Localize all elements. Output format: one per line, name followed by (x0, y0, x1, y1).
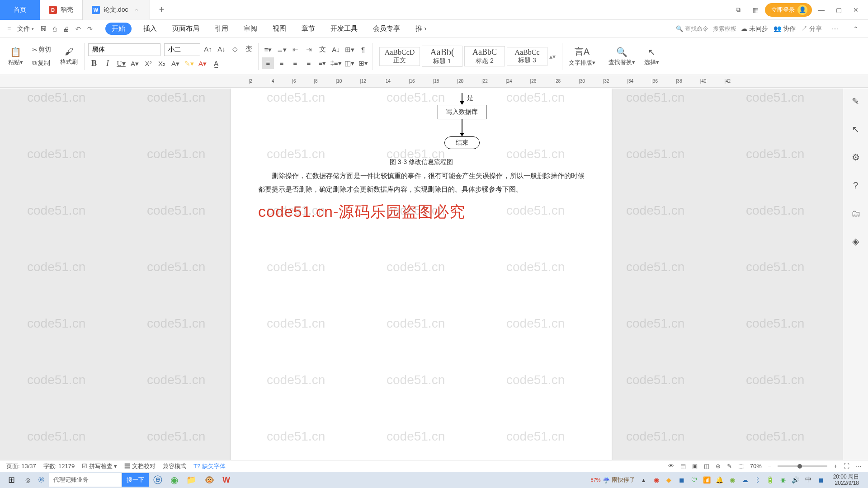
numbering-button[interactable]: ≣▾ (276, 44, 288, 56)
ribbon-tab-insert[interactable]: 插入 (140, 23, 160, 35)
ribbon-tab-more[interactable]: 推 › (412, 23, 430, 35)
align-justify-button[interactable]: ≡ (303, 57, 315, 69)
outline-view-icon[interactable]: ◫ (704, 463, 709, 469)
window-split-icon[interactable]: ⧉ (731, 2, 746, 18)
template-search[interactable]: 搜索模板 (713, 25, 736, 33)
document-page[interactable]: 是 写入数据库 结束 图 3-3 修改信息流程图 删除操作，在数据存储方面是一件… (231, 89, 612, 460)
distribute-button[interactable]: ≡▾ (316, 57, 328, 69)
text-effect-button[interactable]: A▾ (170, 58, 181, 70)
copilot-icon[interactable]: ◎ (22, 473, 34, 487)
tray-orange-icon[interactable]: ◆ (665, 476, 673, 484)
file-menu[interactable]: 文件▾ (14, 23, 37, 35)
taskbar-search-go[interactable]: 搜一下 (122, 473, 149, 487)
align-left-button[interactable]: ≡ (262, 57, 274, 69)
login-button[interactable]: 立即登录👤 (765, 3, 812, 17)
font-color-button[interactable]: A▾ (197, 58, 208, 70)
start-button[interactable]: ⊞ (2, 473, 21, 487)
paste-button[interactable]: 粘贴▾ (8, 58, 23, 66)
body-paragraph[interactable]: 删除操作，在数据存储方面是一件比较慎重的事件，很有可能会产生失误操作，所以一般删… (258, 169, 585, 196)
more-icon[interactable]: ⋯ (827, 21, 843, 37)
phonetic-icon[interactable]: 变 (243, 43, 255, 55)
help-icon[interactable]: ? (848, 177, 864, 193)
tab-shell[interactable]: D稻壳 (40, 0, 82, 20)
fullscreen-icon[interactable]: ⛶ (844, 463, 849, 469)
ribbon-tab-start[interactable]: 开始 (105, 23, 132, 35)
maximize-button[interactable]: ▢ (831, 2, 846, 18)
expand-icon[interactable]: ⋯ (856, 463, 862, 469)
taskbar-clock[interactable]: 20:00 周日2022/9/18 (830, 474, 863, 487)
tray-bluetooth-icon[interactable]: ᛒ (754, 476, 762, 484)
weather-widget[interactable]: 87% ☔ 雨快停了 (591, 476, 635, 484)
tabs-button[interactable]: ⊞▾ (344, 44, 355, 56)
char-border-button[interactable]: A̲ (210, 58, 222, 70)
typeset-group[interactable]: 言A 文字排版▾ (566, 46, 598, 67)
minimize-button[interactable]: — (814, 2, 829, 18)
task-explorer[interactable]: 📁 (183, 473, 200, 487)
line-spacing-button[interactable]: ‡≡▾ (330, 57, 342, 69)
bold-button[interactable]: B (88, 58, 100, 70)
format-painter-icon[interactable]: 🖌 (65, 47, 74, 57)
increase-indent-button[interactable]: ⇥ (303, 44, 315, 56)
align-center-button[interactable]: ≡ (276, 57, 288, 69)
highlight-button[interactable]: ✎▾ (183, 58, 195, 70)
document-area[interactable]: 是 写入数据库 结束 图 3-3 修改信息流程图 删除操作，在数据存储方面是一件… (0, 89, 843, 460)
ribbon-tab-dev[interactable]: 开发工具 (327, 23, 361, 35)
tab-add-button[interactable]: + (155, 3, 168, 17)
tray-action-icon[interactable]: ◼ (817, 476, 825, 484)
collab-button[interactable]: 👥 协作 (774, 25, 796, 33)
pencil-icon[interactable]: ✎ (848, 93, 864, 109)
align-right-button[interactable]: ≡ (289, 57, 301, 69)
tray-blue-icon[interactable]: ◼ (678, 476, 686, 484)
zoom-out-button[interactable]: − (768, 463, 772, 469)
share-button[interactable]: ↗ 分享 (801, 25, 822, 33)
task-edge[interactable]: ⓔ (150, 473, 166, 487)
font-size-select[interactable] (164, 43, 200, 56)
proofread-button[interactable]: ☰ 文档校对 (124, 462, 156, 470)
tray-bell-icon[interactable]: 🔔 (716, 476, 724, 484)
tray-battery-icon[interactable]: 🔋 (766, 476, 774, 484)
zoom-in-button[interactable]: + (834, 463, 837, 469)
styles-gallery[interactable]: AaBbCcD正文 AaBb(标题 1 AaBbC标题 2 AaBbCc标题 3… (377, 46, 558, 67)
cut-button[interactable]: ✂ 剪切 (29, 44, 54, 56)
browser-ie-icon[interactable]: ⓔ (35, 473, 48, 487)
task-360[interactable]: ◉ (167, 473, 182, 487)
clear-format-icon[interactable]: ◇ (229, 43, 241, 55)
ribbon-tab-review[interactable]: 审阅 (240, 23, 261, 35)
preview-icon[interactable]: 🖨 (60, 23, 72, 34)
settings-slider-icon[interactable]: ⚙ (848, 149, 864, 165)
strike-button[interactable]: A▾ (129, 58, 141, 70)
format-painter-button[interactable]: 格式刷 (60, 58, 78, 66)
tray-nvidia-icon[interactable]: ◉ (728, 476, 736, 484)
style-heading3[interactable]: AaBbCc标题 3 (507, 47, 547, 66)
ribbon-tab-chapter[interactable]: 章节 (298, 23, 319, 35)
command-search[interactable]: 🔍 查找命令 (676, 25, 708, 33)
web-view-icon[interactable]: ⊕ (716, 463, 721, 469)
style-normal[interactable]: AaBbCcD正文 (379, 47, 420, 66)
shrink-font-icon[interactable]: A↓ (216, 43, 227, 55)
taskbar-search[interactable]: 代理记账业务 (49, 473, 121, 487)
tab-document[interactable]: W论文.doc▫ (82, 0, 150, 20)
print-icon[interactable]: ⎙ (50, 23, 59, 34)
undo-icon[interactable]: ↶ (73, 23, 84, 34)
tray-guard-icon[interactable]: 🛡 (690, 476, 698, 484)
tray-volume-icon[interactable]: 🔊 (792, 476, 800, 484)
ribbon-tab-vip[interactable]: 会员专享 (369, 23, 404, 35)
tray-green-icon[interactable]: ◉ (779, 476, 787, 484)
tray-shield-icon[interactable]: ◉ (652, 476, 660, 484)
ribbon-tab-reference[interactable]: 引用 (211, 23, 232, 35)
tab-home[interactable]: 首页 (0, 0, 40, 20)
paste-icon[interactable]: 📋 (10, 47, 21, 57)
page-view-icon[interactable]: ▣ (692, 463, 698, 469)
style-heading1[interactable]: AaBb(标题 1 (422, 46, 462, 67)
apps-icon[interactable]: ▦ (748, 2, 763, 18)
collapse-ribbon-icon[interactable]: ⌃ (848, 21, 863, 37)
ribbon-tab-layout[interactable]: 页面布局 (169, 23, 203, 35)
decrease-indent-button[interactable]: ⇤ (289, 44, 301, 56)
style-heading2[interactable]: AaBbC标题 2 (464, 46, 505, 66)
zoom-slider[interactable] (778, 465, 827, 467)
tray-up-icon[interactable]: ▴ (640, 476, 648, 484)
underline-button[interactable]: U▾ (115, 58, 127, 70)
template-icon[interactable]: 🗂 (848, 205, 864, 221)
bullets-button[interactable]: ≡▾ (262, 44, 274, 56)
tab-menu-icon[interactable]: ▫ (132, 2, 141, 18)
